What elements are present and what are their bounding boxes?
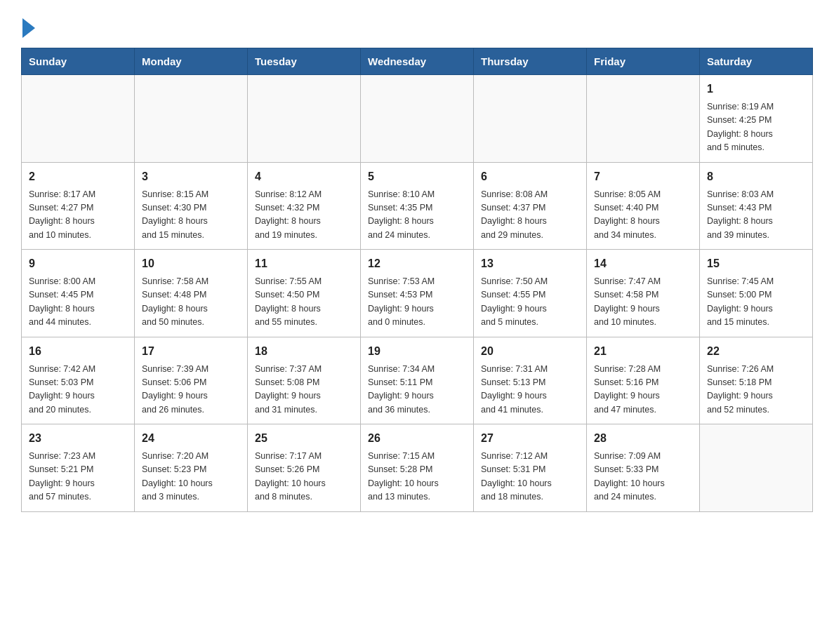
day-info: Sunrise: 7:12 AM Sunset: 5:31 PM Dayligh… bbox=[481, 450, 579, 504]
day-info: Sunrise: 7:31 AM Sunset: 5:13 PM Dayligh… bbox=[481, 363, 579, 417]
logo bbox=[21, 17, 35, 35]
day-info: Sunrise: 7:15 AM Sunset: 5:28 PM Dayligh… bbox=[368, 450, 466, 504]
calendar-week-row: 2Sunrise: 8:17 AM Sunset: 4:27 PM Daylig… bbox=[22, 162, 813, 250]
calendar-day-cell: 13Sunrise: 7:50 AM Sunset: 4:55 PM Dayli… bbox=[474, 250, 587, 337]
day-info: Sunrise: 7:42 AM Sunset: 5:03 PM Dayligh… bbox=[29, 363, 127, 417]
calendar-week-row: 1Sunrise: 8:19 AM Sunset: 4:25 PM Daylig… bbox=[22, 75, 813, 163]
day-number: 13 bbox=[481, 255, 579, 272]
day-info: Sunrise: 8:05 AM Sunset: 4:40 PM Dayligh… bbox=[594, 188, 692, 243]
logo-arrow-icon bbox=[22, 18, 35, 38]
day-number: 27 bbox=[481, 430, 579, 447]
day-number: 9 bbox=[29, 255, 127, 272]
day-info: Sunrise: 7:55 AM Sunset: 4:50 PM Dayligh… bbox=[255, 275, 353, 330]
calendar-day-cell: 20Sunrise: 7:31 AM Sunset: 5:13 PM Dayli… bbox=[474, 337, 587, 424]
weekday-header-tuesday: Tuesday bbox=[248, 48, 361, 75]
weekday-header-monday: Monday bbox=[135, 48, 248, 75]
calendar-week-row: 23Sunrise: 7:23 AM Sunset: 5:21 PM Dayli… bbox=[22, 424, 813, 512]
day-info: Sunrise: 8:10 AM Sunset: 4:35 PM Dayligh… bbox=[368, 188, 466, 243]
day-info: Sunrise: 7:50 AM Sunset: 4:55 PM Dayligh… bbox=[481, 275, 579, 330]
day-number: 1 bbox=[707, 81, 805, 98]
day-number: 16 bbox=[29, 343, 127, 360]
day-number: 10 bbox=[142, 255, 240, 272]
calendar-day-cell bbox=[587, 75, 700, 163]
day-number: 28 bbox=[594, 430, 692, 447]
calendar-day-cell bbox=[248, 75, 361, 163]
calendar-day-cell: 15Sunrise: 7:45 AM Sunset: 5:00 PM Dayli… bbox=[700, 250, 813, 337]
day-info: Sunrise: 7:20 AM Sunset: 5:23 PM Dayligh… bbox=[142, 450, 240, 504]
calendar-day-cell: 27Sunrise: 7:12 AM Sunset: 5:31 PM Dayli… bbox=[474, 424, 587, 512]
calendar-day-cell bbox=[22, 75, 135, 163]
calendar-day-cell bbox=[135, 75, 248, 163]
day-info: Sunrise: 7:09 AM Sunset: 5:33 PM Dayligh… bbox=[594, 450, 692, 504]
day-info: Sunrise: 7:34 AM Sunset: 5:11 PM Dayligh… bbox=[368, 363, 466, 417]
day-number: 21 bbox=[594, 343, 692, 360]
day-number: 22 bbox=[707, 343, 805, 360]
day-number: 5 bbox=[368, 168, 466, 185]
calendar-day-cell: 16Sunrise: 7:42 AM Sunset: 5:03 PM Dayli… bbox=[22, 337, 135, 424]
calendar-day-cell: 11Sunrise: 7:55 AM Sunset: 4:50 PM Dayli… bbox=[248, 250, 361, 337]
calendar-day-cell: 18Sunrise: 7:37 AM Sunset: 5:08 PM Dayli… bbox=[248, 337, 361, 424]
weekday-header-row: SundayMondayTuesdayWednesdayThursdayFrid… bbox=[22, 48, 813, 75]
day-info: Sunrise: 8:12 AM Sunset: 4:32 PM Dayligh… bbox=[255, 188, 353, 243]
day-number: 15 bbox=[707, 255, 805, 272]
calendar-day-cell: 28Sunrise: 7:09 AM Sunset: 5:33 PM Dayli… bbox=[587, 424, 700, 512]
day-info: Sunrise: 7:23 AM Sunset: 5:21 PM Dayligh… bbox=[29, 450, 127, 504]
day-info: Sunrise: 7:47 AM Sunset: 4:58 PM Dayligh… bbox=[594, 275, 692, 330]
calendar-day-cell: 1Sunrise: 8:19 AM Sunset: 4:25 PM Daylig… bbox=[700, 75, 813, 163]
calendar-day-cell: 3Sunrise: 8:15 AM Sunset: 4:30 PM Daylig… bbox=[135, 162, 248, 250]
calendar-day-cell: 19Sunrise: 7:34 AM Sunset: 5:11 PM Dayli… bbox=[361, 337, 474, 424]
day-number: 6 bbox=[481, 168, 579, 185]
calendar-day-cell: 8Sunrise: 8:03 AM Sunset: 4:43 PM Daylig… bbox=[700, 162, 813, 250]
calendar-day-cell: 9Sunrise: 8:00 AM Sunset: 4:45 PM Daylig… bbox=[22, 250, 135, 337]
calendar-table: SundayMondayTuesdayWednesdayThursdayFrid… bbox=[21, 48, 813, 512]
calendar-day-cell: 26Sunrise: 7:15 AM Sunset: 5:28 PM Dayli… bbox=[361, 424, 474, 512]
calendar-day-cell: 6Sunrise: 8:08 AM Sunset: 4:37 PM Daylig… bbox=[474, 162, 587, 250]
calendar-day-cell: 4Sunrise: 8:12 AM Sunset: 4:32 PM Daylig… bbox=[248, 162, 361, 250]
day-number: 25 bbox=[255, 430, 353, 447]
day-number: 12 bbox=[368, 255, 466, 272]
calendar-day-cell: 14Sunrise: 7:47 AM Sunset: 4:58 PM Dayli… bbox=[587, 250, 700, 337]
day-number: 18 bbox=[255, 343, 353, 360]
day-info: Sunrise: 7:17 AM Sunset: 5:26 PM Dayligh… bbox=[255, 450, 353, 504]
day-number: 4 bbox=[255, 168, 353, 185]
weekday-header-friday: Friday bbox=[587, 48, 700, 75]
weekday-header-wednesday: Wednesday bbox=[361, 48, 474, 75]
calendar-day-cell: 10Sunrise: 7:58 AM Sunset: 4:48 PM Dayli… bbox=[135, 250, 248, 337]
day-number: 26 bbox=[368, 430, 466, 447]
day-number: 3 bbox=[142, 168, 240, 185]
weekday-header-thursday: Thursday bbox=[474, 48, 587, 75]
day-info: Sunrise: 8:17 AM Sunset: 4:27 PM Dayligh… bbox=[29, 188, 127, 243]
calendar-day-cell bbox=[700, 424, 813, 512]
calendar-day-cell: 23Sunrise: 7:23 AM Sunset: 5:21 PM Dayli… bbox=[22, 424, 135, 512]
day-number: 19 bbox=[368, 343, 466, 360]
day-info: Sunrise: 8:00 AM Sunset: 4:45 PM Dayligh… bbox=[29, 275, 127, 330]
day-number: 11 bbox=[255, 255, 353, 272]
weekday-header-sunday: Sunday bbox=[22, 48, 135, 75]
day-info: Sunrise: 7:28 AM Sunset: 5:16 PM Dayligh… bbox=[594, 363, 692, 417]
page-header bbox=[21, 17, 813, 35]
calendar-day-cell: 24Sunrise: 7:20 AM Sunset: 5:23 PM Dayli… bbox=[135, 424, 248, 512]
calendar-week-row: 9Sunrise: 8:00 AM Sunset: 4:45 PM Daylig… bbox=[22, 250, 813, 337]
calendar-day-cell bbox=[474, 75, 587, 163]
day-info: Sunrise: 7:53 AM Sunset: 4:53 PM Dayligh… bbox=[368, 275, 466, 330]
calendar-day-cell: 5Sunrise: 8:10 AM Sunset: 4:35 PM Daylig… bbox=[361, 162, 474, 250]
day-info: Sunrise: 7:58 AM Sunset: 4:48 PM Dayligh… bbox=[142, 275, 240, 330]
calendar-day-cell: 17Sunrise: 7:39 AM Sunset: 5:06 PM Dayli… bbox=[135, 337, 248, 424]
day-number: 2 bbox=[29, 168, 127, 185]
day-info: Sunrise: 8:19 AM Sunset: 4:25 PM Dayligh… bbox=[707, 100, 805, 155]
calendar-day-cell: 21Sunrise: 7:28 AM Sunset: 5:16 PM Dayli… bbox=[587, 337, 700, 424]
day-number: 23 bbox=[29, 430, 127, 447]
calendar-day-cell: 2Sunrise: 8:17 AM Sunset: 4:27 PM Daylig… bbox=[22, 162, 135, 250]
day-number: 8 bbox=[707, 168, 805, 185]
day-info: Sunrise: 8:08 AM Sunset: 4:37 PM Dayligh… bbox=[481, 188, 579, 243]
day-info: Sunrise: 7:45 AM Sunset: 5:00 PM Dayligh… bbox=[707, 275, 805, 330]
day-info: Sunrise: 7:39 AM Sunset: 5:06 PM Dayligh… bbox=[142, 363, 240, 417]
calendar-day-cell: 7Sunrise: 8:05 AM Sunset: 4:40 PM Daylig… bbox=[587, 162, 700, 250]
day-info: Sunrise: 7:26 AM Sunset: 5:18 PM Dayligh… bbox=[707, 363, 805, 417]
day-info: Sunrise: 8:15 AM Sunset: 4:30 PM Dayligh… bbox=[142, 188, 240, 243]
day-number: 17 bbox=[142, 343, 240, 360]
day-info: Sunrise: 7:37 AM Sunset: 5:08 PM Dayligh… bbox=[255, 363, 353, 417]
day-info: Sunrise: 8:03 AM Sunset: 4:43 PM Dayligh… bbox=[707, 188, 805, 243]
calendar-day-cell: 12Sunrise: 7:53 AM Sunset: 4:53 PM Dayli… bbox=[361, 250, 474, 337]
day-number: 24 bbox=[142, 430, 240, 447]
